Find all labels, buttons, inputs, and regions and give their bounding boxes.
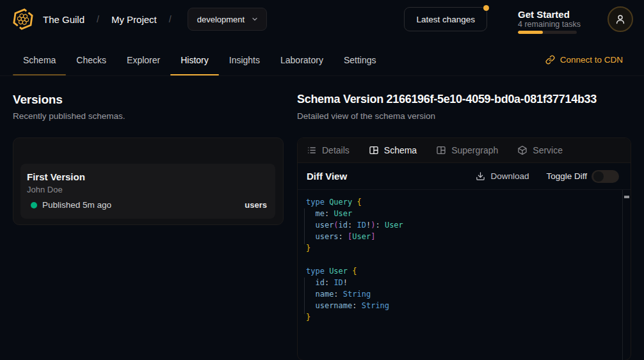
code-line: } xyxy=(306,311,622,323)
panel-tab-details[interactable]: Details xyxy=(307,145,350,155)
version-item[interactable]: First Version John Doe Published 5m ago … xyxy=(20,164,275,219)
main-nav: SchemaChecksExplorerHistoryInsightsLabor… xyxy=(0,38,644,76)
schema-version-subtitle: Detailed view of the schema version xyxy=(297,111,435,121)
environment-dropdown-value: development xyxy=(197,15,245,24)
code-line: username: String xyxy=(306,300,622,311)
panel-tab-schema[interactable]: Schema xyxy=(369,145,417,155)
panel-tab-label: Service xyxy=(533,145,563,155)
version-author: John Doe xyxy=(27,185,267,194)
code-scrollbar-thumb[interactable] xyxy=(624,196,629,198)
project-name[interactable]: My Project xyxy=(111,14,157,25)
versions-list-card: First Version John Doe Published 5m ago … xyxy=(13,137,284,225)
code-line: id: ID! xyxy=(306,277,622,288)
nav-tab-label: Schema xyxy=(23,55,56,65)
download-icon xyxy=(476,171,485,181)
diff-view-header: Diff View Download Toggle Diff xyxy=(298,163,631,190)
org-name[interactable]: The Guild xyxy=(43,14,85,25)
schema-code-viewer[interactable]: type Query { me: User user(id: ID!): Use… xyxy=(298,190,631,360)
nav-tab-label: Explorer xyxy=(127,55,160,65)
panel-tab-service[interactable]: Service xyxy=(517,145,563,155)
download-label: Download xyxy=(490,171,529,181)
code-line: type User { xyxy=(306,265,622,277)
nav-tab-underline xyxy=(13,74,66,75)
version-title: First Version xyxy=(27,171,267,182)
panel-tab-label: Details xyxy=(322,145,350,155)
versions-subtitle: Recently published schemas. xyxy=(13,111,125,121)
nav-tab-label: Laboratory xyxy=(280,55,323,65)
download-button[interactable]: Download xyxy=(476,171,529,181)
latest-changes-label: Latest changes xyxy=(416,15,475,24)
nav-tab-label: Settings xyxy=(344,55,376,65)
notification-dot xyxy=(483,5,489,11)
chevron-down-icon xyxy=(251,15,259,23)
nav-tab-label: Checks xyxy=(76,55,106,65)
schema-version-title: Schema Version 2166196f-5e10-4059-bd0a-0… xyxy=(297,93,597,106)
indent-guide xyxy=(304,278,305,314)
diff-view-title: Diff View xyxy=(307,171,347,182)
version-status: Published 5m ago xyxy=(42,200,111,210)
toggle-knob xyxy=(593,171,604,182)
nav-tab-label: History xyxy=(181,55,209,65)
schema-version-panel: DetailsSchemaSupergraphService Diff View… xyxy=(297,137,631,360)
get-started-subtitle: 4 remaining tasks xyxy=(518,20,577,29)
code-scrollbar[interactable] xyxy=(622,190,631,360)
nav-tab-label: Insights xyxy=(229,55,260,65)
versions-title: Versions xyxy=(13,93,63,107)
toggle-diff-switch[interactable] xyxy=(592,170,619,183)
get-started-widget[interactable]: Get Started 4 remaining tasks xyxy=(518,9,577,34)
code-line: user(id: ID!): User xyxy=(306,219,622,231)
latest-changes-button[interactable]: Latest changes xyxy=(404,7,487,31)
panel-tabs: DetailsSchemaSupergraphService xyxy=(298,138,631,163)
nav-tab-insights[interactable]: Insights xyxy=(219,38,270,75)
code-block: type Query { me: User user(id: ID!): Use… xyxy=(306,196,622,323)
nav-tab-explorer[interactable]: Explorer xyxy=(117,38,170,75)
connect-to-cdn-button[interactable]: Connect to CDN xyxy=(545,38,623,75)
breadcrumb-separator: / xyxy=(169,14,172,24)
nav-tab-checks[interactable]: Checks xyxy=(66,38,117,75)
code-line: type Query { xyxy=(306,196,622,208)
environment-dropdown[interactable]: development xyxy=(188,8,267,31)
user-avatar[interactable] xyxy=(608,6,633,32)
connect-to-cdn-label: Connect to CDN xyxy=(560,55,623,65)
user-icon xyxy=(615,13,626,25)
code-line: me: User xyxy=(306,208,622,219)
nav-tab-history[interactable]: History xyxy=(170,38,219,75)
nav-tab-schema[interactable]: Schema xyxy=(13,38,66,75)
top-bar: The Guild / My Project / development Lat… xyxy=(0,0,644,38)
published-status-dot xyxy=(31,202,37,208)
nav-tab-laboratory[interactable]: Laboratory xyxy=(270,38,334,75)
nav-tab-underline xyxy=(170,74,219,75)
breadcrumb-separator: / xyxy=(97,14,99,24)
columns-icon xyxy=(369,145,379,155)
list-icon xyxy=(307,145,317,155)
indent-guide xyxy=(304,208,305,244)
columns-icon xyxy=(436,145,446,155)
code-line: name: String xyxy=(306,288,622,300)
nav-tab-settings[interactable]: Settings xyxy=(334,38,387,75)
get-started-progress-fill xyxy=(518,31,543,34)
cube-icon xyxy=(517,145,527,155)
nav-tabs: SchemaChecksExplorerHistoryInsightsLabor… xyxy=(13,38,387,75)
panel-tab-label: Supergraph xyxy=(451,145,498,155)
get-started-progress xyxy=(518,31,577,34)
panel-tab-label: Schema xyxy=(384,145,417,155)
toggle-diff-label: Toggle Diff xyxy=(546,171,587,181)
hive-logo[interactable] xyxy=(12,8,35,31)
get-started-title: Get Started xyxy=(518,9,577,20)
link-icon xyxy=(545,55,555,65)
version-service-name: users xyxy=(245,200,267,210)
code-line: users: [User] xyxy=(306,231,622,242)
code-line xyxy=(306,254,622,265)
panel-tab-supergraph[interactable]: Supergraph xyxy=(436,145,498,155)
code-line: } xyxy=(306,242,622,254)
